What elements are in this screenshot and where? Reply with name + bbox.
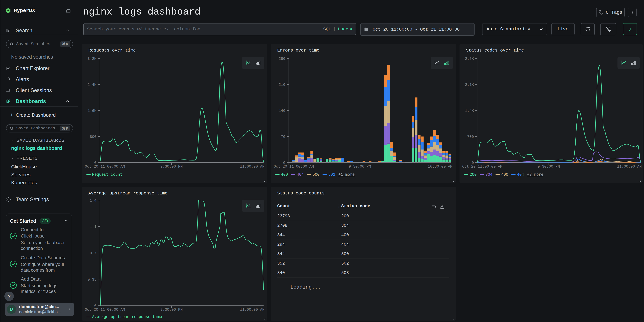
svg-text:2.4K: 2.4K (88, 83, 97, 87)
svg-text:Oct 20 11:00:00 AM: Oct 20 11:00:00 AM (85, 308, 125, 312)
svg-text:2.1K: 2.1K (465, 83, 474, 87)
svg-text:11:00:00 AM: 11:00:00 AM (240, 308, 264, 312)
svg-text:3.2K: 3.2K (88, 57, 97, 61)
svg-text:10:30:00 AM: 10:30:00 AM (428, 164, 452, 169)
svg-text:11:00:00 AM: 11:00:00 AM (240, 164, 264, 169)
svg-text:140: 140 (278, 109, 285, 113)
svg-text:0.7: 0.7 (90, 251, 96, 256)
svg-text:0.35: 0.35 (88, 278, 96, 282)
svg-text:700: 700 (467, 135, 474, 139)
svg-text:Oct 20 11:00:00 AM: Oct 20 11:00:00 AM (274, 164, 314, 169)
svg-text:1.4K: 1.4K (465, 109, 474, 113)
svg-text:9:30:00 PM: 9:30:00 PM (538, 164, 560, 169)
svg-text:1.1: 1.1 (90, 225, 96, 229)
svg-text:9:30:00 PM: 9:30:00 PM (349, 164, 371, 169)
svg-text:Oct 20 11:00:00 AM: Oct 20 11:00:00 AM (85, 164, 125, 169)
svg-text:210: 210 (278, 83, 285, 87)
svg-text:800: 800 (90, 135, 96, 139)
svg-text:9:30:00 PM: 9:30:00 PM (160, 308, 182, 312)
svg-text:1.6K: 1.6K (88, 109, 97, 113)
svg-text:2.8K: 2.8K (465, 57, 474, 61)
svg-text:11:00:00 AM: 11:00:00 AM (617, 164, 642, 169)
svg-text:Oct 20 11:00:00 AM: Oct 20 11:00:00 AM (462, 164, 502, 169)
svg-text:9:30:00 PM: 9:30:00 PM (160, 164, 182, 169)
svg-text:1.4: 1.4 (90, 198, 96, 203)
svg-text:70: 70 (281, 135, 285, 139)
svg-text:280: 280 (278, 57, 285, 61)
